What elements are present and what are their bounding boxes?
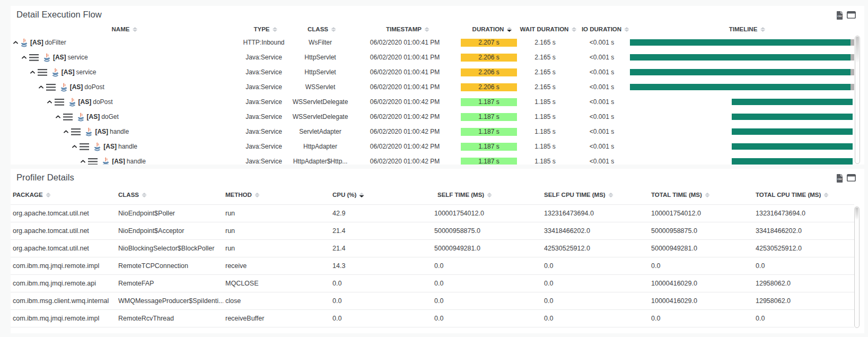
profiler-column-header-self-time-ms-[interactable]: SELF TIME (MS) [437, 191, 492, 199]
column-label: TYPE [253, 26, 269, 32]
execution-flow-row[interactable]: [AS]doPostJava:ServiceWSServletDelegate0… [11, 94, 864, 109]
sort-icon [760, 27, 765, 32]
collapse-chevron-icon[interactable] [56, 115, 60, 118]
timeline-bar-remainder [851, 54, 854, 61]
method-name: [AS]handle [112, 158, 146, 165]
flow-column-header-class[interactable]: CLASS [308, 25, 336, 33]
total-cpu-time-cell: 12958062.0 [756, 275, 854, 292]
flow-column-header-duration[interactable]: DURATION [472, 25, 512, 33]
timeline-bar [732, 114, 853, 120]
sort-icon [273, 27, 278, 32]
class-cell: NioEndpoint$Acceptor [118, 222, 223, 239]
execution-flow-row[interactable]: [AS]serviceJava:ServiceHttpServlet06/02/… [11, 50, 864, 65]
tree-name-cell: [AS]handle [11, 154, 146, 165]
timeline-bar [630, 84, 851, 90]
execution-flow-row[interactable]: [AS]handleJava:ServiceServletAdapter06/0… [11, 124, 864, 139]
execution-flow-row[interactable]: [AS]doGetJava:ServiceWSServletDelegate06… [11, 109, 864, 124]
menu-icon[interactable] [88, 158, 98, 165]
menu-icon[interactable] [80, 143, 89, 150]
class-cell: RemoteRcvThread [118, 310, 223, 327]
collapse-chevron-icon[interactable] [47, 100, 52, 103]
flow-column-header-io-duration[interactable]: IO DURATION [582, 25, 629, 33]
flow-column-header-timestamp[interactable]: TIMESTAMP [386, 25, 429, 33]
class-cell: RemoteFAP [118, 275, 223, 292]
method-name: [AS]handle [103, 143, 137, 150]
menu-icon[interactable] [55, 99, 64, 106]
method-cell: receive [225, 257, 330, 274]
execution-flow-row[interactable]: [AS]handleJava:ServiceHttpAdapter$Http..… [11, 154, 864, 165]
sort-icon [255, 193, 260, 197]
profiler-column-header-method[interactable]: METHOD [225, 191, 260, 199]
open-window-icon[interactable] [847, 11, 856, 19]
class-cell: WMQMessageProducer$SpiIdenti... [118, 292, 223, 309]
wait-duration-cell: 1.185 s [519, 109, 572, 124]
method-cell: run [225, 222, 330, 239]
profiler-open-window-button[interactable] [847, 174, 856, 184]
sort-icon [506, 27, 512, 32]
column-label: SELF CPU TIME (MS) [544, 192, 606, 198]
timestamp-cell: 06/02/2020 01:00:41 PM [352, 35, 458, 50]
menu-icon[interactable] [46, 84, 56, 91]
profiler-column-header-class[interactable]: CLASS [118, 191, 147, 199]
sort-icon [608, 193, 613, 197]
wait-duration-cell: 1.185 s [519, 154, 572, 165]
column-label: TOTAL CPU TIME (MS) [756, 192, 821, 198]
wait-duration-cell: 2.165 s [519, 35, 572, 50]
profiler-row: com.ibm.msg.client.wmq.internalWMQMessag… [11, 292, 854, 310]
package-cell: com.ibm.msg.client.wmq.internal [13, 292, 116, 309]
menu-icon[interactable] [71, 128, 81, 135]
class-cell: HttpAdapter$Http... [286, 154, 355, 165]
timeline-bar-remainder [851, 39, 854, 46]
csv-export-icon[interactable]: CSV [836, 174, 843, 183]
menu-icon[interactable] [38, 69, 47, 76]
java-icon [85, 127, 92, 136]
execution-flow-scrollbar[interactable] [855, 36, 860, 164]
execution-flow-row[interactable]: [AS]handleJava:ServiceHttpAdapter06/02/2… [11, 139, 864, 154]
column-label: TIMELINE [729, 26, 758, 32]
collapse-chevron-icon[interactable] [22, 56, 27, 59]
sort-icon [823, 193, 829, 197]
profiler-scrollbar[interactable] [854, 206, 860, 328]
java-icon [102, 157, 109, 165]
flow-column-header-name[interactable]: NAME [112, 25, 138, 33]
profiler-column-header-package[interactable]: PACKAGE [13, 191, 51, 199]
flow-column-header-type[interactable]: TYPE [253, 25, 277, 33]
timestamp-cell: 06/02/2020 01:00:41 PM [352, 80, 458, 94]
profiler-column-header-total-time-ms-[interactable]: TOTAL TIME (MS) [651, 191, 710, 199]
flow-csv-button[interactable]: CSV [836, 11, 843, 22]
profiler-column-header-total-cpu-time-ms-[interactable]: TOTAL CPU TIME (MS) [756, 191, 829, 199]
collapse-chevron-icon[interactable] [30, 71, 35, 74]
open-window-icon[interactable] [847, 174, 856, 182]
tree-name-cell: [AS]doFilter [11, 35, 66, 50]
flow-column-header-timeline[interactable]: TIMELINE [729, 25, 766, 33]
column-label: PACKAGE [13, 192, 43, 198]
menu-icon[interactable] [29, 54, 39, 61]
cpu-cell: 42.9 [332, 205, 435, 222]
collapse-chevron-icon[interactable] [64, 130, 68, 133]
csv-export-icon[interactable]: CSV [836, 11, 843, 20]
tree-name-cell: [AS]doPost [11, 94, 113, 109]
flow-open-window-button[interactable] [847, 11, 856, 21]
profiler-column-header-self-cpu-time-ms-[interactable]: SELF CPU TIME (MS) [544, 191, 613, 199]
collapse-chevron-icon[interactable] [39, 85, 43, 89]
profiler-csv-button[interactable]: CSV [836, 174, 843, 185]
column-label: DURATION [472, 26, 504, 32]
collapse-chevron-icon[interactable] [81, 160, 85, 163]
timeline-bar-remainder [851, 84, 854, 90]
timeline-bar [732, 143, 853, 150]
collapse-chevron-icon[interactable] [13, 41, 18, 44]
wait-duration-cell: 1.185 s [519, 124, 572, 139]
execution-flow-title: Detail Execution Flow [16, 10, 102, 20]
method-cell: close [225, 292, 330, 309]
execution-flow-row[interactable]: [AS]doFilterHTTP:InboundWsFilter06/02/20… [11, 35, 864, 50]
profiler-column-header-cpu-[interactable]: CPU (%) [332, 191, 364, 199]
class-cell: WSServletDelegate [286, 94, 355, 109]
execution-flow-row[interactable]: [AS]serviceJava:ServiceHttpServlet06/02/… [11, 65, 864, 80]
execution-flow-row[interactable]: [AS]doPostJava:ServiceWSServlet06/02/202… [11, 80, 864, 94]
menu-icon[interactable] [63, 114, 73, 120]
total-time-cell: 50000958875.0 [651, 222, 753, 239]
collapse-chevron-icon[interactable] [72, 145, 77, 148]
class-cell: WsFilter [286, 35, 355, 50]
profiler-row: com.ibm.mq.jmqi.remote.implRemoteRcvThre… [11, 310, 854, 327]
flow-column-header-wait-duration[interactable]: WAIT DURATION [520, 25, 577, 33]
